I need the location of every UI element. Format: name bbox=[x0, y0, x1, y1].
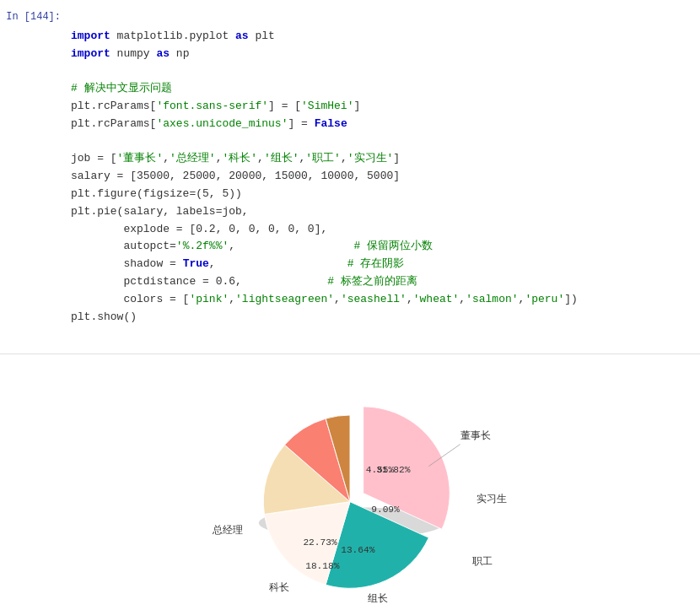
chart-area: 董事长 总经理 科长 组长 职工 实习生 31.82% 22.7 bbox=[0, 354, 700, 610]
code-block: import matplotlib.pyplot as plt import n… bbox=[71, 10, 700, 343]
label-xixisheng: 实习生 bbox=[477, 493, 507, 505]
label-dongshizhang: 董事长 bbox=[460, 429, 491, 441]
label-zuzhang: 组长 bbox=[368, 592, 388, 604]
cell-label: In [144]: bbox=[0, 10, 67, 23]
pct-zhigong: 9.09% bbox=[371, 505, 400, 515]
code-line-8: plt.pie(salary, labels=job, bbox=[71, 205, 249, 218]
notebook-cell: In [144]: import matplotlib.pyplot as pl… bbox=[0, 0, 700, 354]
code-line-13: colors = ['pink','lightseagreen','seashe… bbox=[71, 293, 578, 305]
code-line-11: shadow = True, # 存在阴影 bbox=[71, 257, 404, 270]
code-line-6: salary = [35000, 25000, 20000, 15000, 10… bbox=[71, 170, 400, 182]
label-zongjingli: 总经理 bbox=[212, 524, 243, 536]
code-line-9: explode = [0.2, 0, 0, 0, 0, 0], bbox=[71, 223, 327, 235]
code-line-7: plt.figure(figsize=(5, 5)) bbox=[71, 187, 242, 200]
code-line-3: plt.rcParams['font.sans-serif'] = ['SimH… bbox=[71, 100, 360, 112]
label-kezhang: 科长 bbox=[269, 581, 289, 593]
code-line-1: import matplotlib.pyplot as plt bbox=[71, 30, 275, 42]
pie-container: 董事长 总经理 科长 组长 职工 实习生 31.82% 22.7 bbox=[173, 380, 527, 610]
code-line-2: import numpy as np bbox=[71, 47, 189, 60]
pct-xixisheng: 4.55% bbox=[366, 465, 395, 475]
pct-zongjingli: 22.73% bbox=[303, 537, 337, 548]
pct-zuzhang: 13.64% bbox=[341, 545, 375, 555]
code-line-10: autopct='%.2f%%', # 保留两位小数 bbox=[71, 240, 433, 252]
code-line-14: plt.show() bbox=[71, 310, 137, 323]
cell-content: import matplotlib.pyplot as plt import n… bbox=[67, 10, 700, 343]
code-line-5: job = ['董事长','总经理','科长','组长','职工','实习生'] bbox=[71, 152, 400, 165]
code-comment-1: # 解决中文显示问题 bbox=[71, 82, 172, 94]
label-zhigong: 职工 bbox=[472, 555, 493, 567]
code-line-12: pctdistance = 0.6, # 标签之前的距离 bbox=[71, 275, 417, 288]
pie-chart: 董事长 总经理 科长 组长 职工 实习生 31.82% 22.7 bbox=[173, 380, 527, 610]
code-line-4: plt.rcParams['axes.unicode_minus'] = Fal… bbox=[71, 117, 347, 130]
pct-kezhang: 18.18% bbox=[305, 561, 340, 571]
